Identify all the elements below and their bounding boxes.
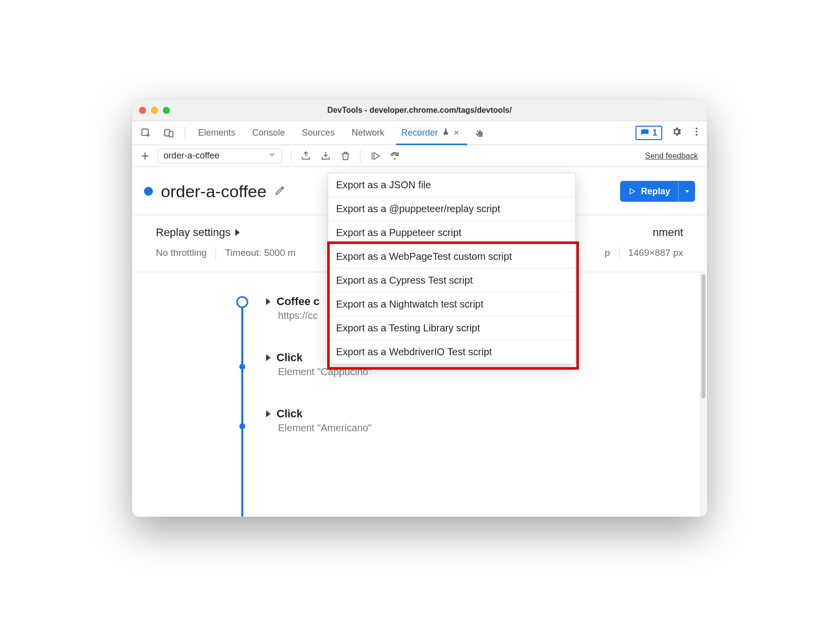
delete-button[interactable] (340, 151, 351, 161)
tab-console[interactable]: Console (248, 121, 289, 145)
main-menu-icon[interactable] (691, 126, 702, 140)
scrollbar[interactable] (700, 272, 706, 517)
export-menu-item[interactable]: Export as a WebdriverIO Test script (328, 340, 575, 364)
step-title: Coffee c (277, 295, 320, 308)
replay-options-button[interactable] (678, 181, 695, 202)
close-tab-icon[interactable]: × (454, 128, 459, 138)
step-over-button[interactable] (389, 151, 400, 161)
export-menu-item[interactable]: Export as a Puppeteer script (328, 221, 575, 245)
step-title: Click (277, 407, 303, 420)
step-row[interactable]: Click Element "Americano" (266, 407, 677, 434)
send-feedback-link[interactable]: Send feedback (645, 152, 698, 160)
tab-network[interactable]: Network (348, 121, 388, 145)
flask-icon (442, 128, 450, 138)
tab-elements[interactable]: Elements (194, 121, 239, 145)
window-title: DevTools - developer.chrome.com/tags/dev… (132, 106, 707, 115)
step-subtitle: Element "Americano" (266, 422, 677, 434)
tab-sources[interactable]: Sources (298, 121, 339, 145)
play-icon (628, 187, 636, 195)
import-button[interactable] (320, 151, 331, 161)
separator (291, 150, 291, 162)
throttling-value[interactable]: No throttling (156, 247, 207, 258)
export-menu: Export as a JSON file Export as a @puppe… (328, 173, 576, 364)
device-toggle-icon[interactable] (162, 121, 176, 145)
replay-label: Replay (641, 186, 670, 197)
svg-point-4 (696, 131, 698, 133)
settings-gear-icon[interactable] (671, 126, 682, 140)
export-menu-item[interactable]: Export as a JSON file (328, 173, 575, 197)
svg-point-3 (696, 128, 698, 130)
tab-recorder[interactable]: Recorder × (397, 121, 463, 145)
separator (619, 247, 620, 259)
recording-select[interactable]: order-a-coffee (158, 149, 282, 163)
tab-label: Console (252, 128, 285, 138)
export-menu-item[interactable]: Export as a Cypress Test script (328, 269, 575, 293)
replay-button[interactable]: Replay (620, 181, 678, 202)
environment-label-fragment: nment (653, 226, 683, 239)
export-menu-item[interactable]: Export as a Nightwatch test script (328, 293, 575, 316)
continue-button[interactable] (369, 151, 380, 161)
svg-point-5 (696, 134, 698, 136)
export-button[interactable] (300, 151, 311, 161)
step-title: Click (277, 351, 303, 364)
recording-title: order-a-coffee (161, 182, 267, 201)
tab-label: Network (351, 128, 384, 138)
viewport-fragment-1: p (605, 247, 610, 258)
recorder-toolbar: + order-a-coffee (132, 145, 707, 167)
separator (360, 150, 360, 162)
tab-label: Recorder (401, 128, 438, 138)
step-subtitle: Element "Cappucino" (266, 366, 677, 378)
expand-icon[interactable] (266, 410, 271, 417)
separator (215, 247, 216, 259)
timeline-dot-icon (239, 423, 245, 429)
svg-rect-2 (169, 131, 173, 137)
titlebar: DevTools - developer.chrome.com/tags/dev… (132, 99, 707, 121)
caret-down-icon (683, 187, 691, 195)
separator (185, 127, 185, 140)
add-recording-button[interactable]: + (141, 149, 149, 163)
recording-status-icon (144, 187, 153, 196)
export-menu-item[interactable]: Export as a Testing Library script (328, 316, 575, 340)
more-tabs-icon[interactable] (472, 121, 486, 145)
chevron-down-icon (268, 150, 277, 161)
tab-label: Sources (302, 128, 335, 138)
replay-settings-label[interactable]: Replay settings (156, 226, 230, 239)
timeline-start-icon (236, 296, 248, 308)
recording-select-value: order-a-coffee (163, 151, 219, 161)
timeline-rail (241, 303, 243, 517)
devtools-tabs: Elements Console Sources Network Recorde… (132, 121, 707, 145)
edit-title-button[interactable] (275, 185, 285, 198)
expand-icon[interactable] (266, 298, 271, 305)
inspect-icon[interactable] (139, 121, 153, 145)
tab-label: Elements (198, 128, 235, 138)
replay-button-group: Replay (620, 181, 695, 202)
timeout-value[interactable]: Timeout: 5000 m (225, 247, 295, 258)
issues-badge[interactable]: 1 (635, 126, 662, 140)
export-menu-item[interactable]: Export as a @puppeteer/replay script (328, 197, 575, 221)
viewport-size: 1469×887 px (629, 247, 683, 258)
devtools-window: DevTools - developer.chrome.com/tags/dev… (132, 99, 707, 517)
issues-icon (640, 129, 649, 138)
scrollbar-thumb[interactable] (701, 274, 705, 398)
export-menu-item[interactable]: Export as a WebPageTest custom script (328, 245, 575, 269)
timeline-dot-icon (239, 364, 245, 370)
expand-icon[interactable] (266, 354, 271, 361)
svg-point-6 (394, 157, 396, 159)
issues-count: 1 (652, 128, 657, 138)
caret-right-icon (235, 229, 240, 236)
